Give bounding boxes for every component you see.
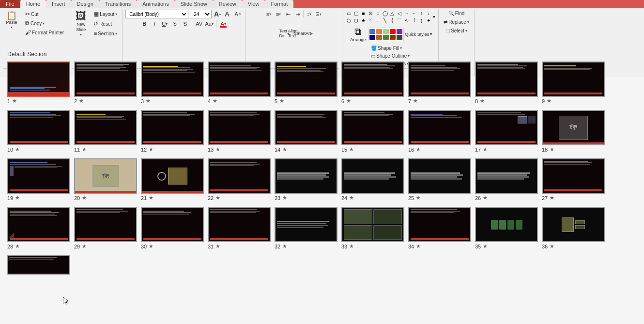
slide-img-32[interactable] (275, 207, 337, 242)
shape-connector[interactable]: ⤴ (411, 17, 417, 24)
slide-thumb-29[interactable]: 29 ★ (74, 207, 137, 249)
font-color-button[interactable]: A▾ (219, 19, 228, 28)
format-painter-button[interactable]: 🖌 Format Painter (23, 28, 66, 37)
bold-button[interactable]: B (140, 19, 149, 28)
font-size-select[interactable]: 24 (190, 10, 212, 18)
clear-format-button[interactable]: A✕ (233, 10, 242, 18)
slide-thumb-24[interactable]: 24 ★ (341, 158, 404, 201)
slide-img-14[interactable] (275, 110, 337, 145)
layout-button[interactable]: ▦ Layout ▾ (92, 10, 119, 18)
slide-thumb-1[interactable]: 1 ★ (7, 62, 70, 104)
shape-star[interactable]: ★ (360, 17, 367, 24)
section-button[interactable]: ≡ Section ▾ (92, 29, 119, 38)
slide-thumb-22[interactable]: 22 ★ (208, 158, 271, 201)
shape-ellipse[interactable]: ◯ (382, 10, 388, 16)
slide-thumb-17[interactable]: 17 ★ (475, 110, 538, 153)
slide-thumb-2[interactable]: 2 ★ (74, 62, 137, 104)
slide-thumb-6[interactable]: 6 ★ (341, 62, 404, 104)
shapes-more-button[interactable]: ▾ (433, 15, 435, 19)
slide-thumb-36[interactable]: 36 ★ (542, 207, 605, 249)
slide-img-3[interactable] (141, 62, 204, 97)
slide-thumb-16[interactable]: 16 ★ (408, 110, 471, 153)
slide-thumb-14[interactable]: 14 ★ (275, 110, 337, 153)
slide-img-29[interactable] (74, 207, 137, 242)
align-center-button[interactable]: ≡ (285, 19, 293, 28)
slide-thumb-21[interactable]: 21 ★ (141, 158, 204, 201)
slide-thumb-32[interactable]: 32 ★ (275, 207, 337, 249)
shadow-button[interactable]: S (181, 19, 189, 28)
slide-img-11[interactable] (74, 110, 137, 145)
slide-img-20[interactable]: 🗺 (74, 158, 137, 194)
strikethrough-button[interactable]: S (170, 19, 179, 28)
decrease-indent-button[interactable]: ⇤ (284, 10, 292, 18)
shape-brace[interactable]: { (389, 17, 396, 24)
shape-arrow[interactable]: → (403, 10, 410, 16)
slide-img-7[interactable] (408, 62, 471, 97)
decrease-font-button[interactable]: A- (223, 10, 232, 18)
slide-img-2[interactable] (74, 62, 137, 97)
shape-circle[interactable]: ○ (374, 10, 381, 16)
cut-button[interactable]: ✂ Cut (23, 10, 66, 18)
slide-thumb-35[interactable]: 35 ★ (475, 207, 538, 249)
select-button[interactable]: ⬚ Select ▾ (444, 27, 469, 34)
slide-img-25[interactable] (408, 158, 471, 194)
tab-review[interactable]: Review (213, 0, 242, 8)
italic-button[interactable]: I (150, 19, 159, 28)
reset-button[interactable]: ↺ Reset (92, 19, 119, 28)
slide-img-13[interactable] (208, 110, 271, 145)
shape-custom[interactable]: ✦ (425, 17, 432, 24)
new-slide-button[interactable]: 🖼 NewSlide ▾ (72, 10, 90, 38)
slide-thumb-11[interactable]: 11 ★ (74, 110, 137, 153)
slide-img-37[interactable] (7, 255, 70, 275)
slide-img-1[interactable] (7, 62, 70, 97)
slide-thumb-23[interactable]: 23 ★ (275, 158, 337, 201)
slide-thumb-4[interactable]: 4 ★ (208, 62, 271, 104)
slide-thumb-37[interactable] (7, 255, 70, 275)
quick-styles-arrow[interactable]: ▾ (430, 32, 432, 36)
slide-img-16[interactable] (408, 110, 471, 145)
slide-img-18[interactable]: 🗺 (542, 110, 605, 145)
slide-img-27[interactable] (542, 158, 605, 194)
shape-square[interactable]: ■ (360, 10, 367, 16)
increase-indent-button[interactable]: ⇥ (293, 10, 302, 18)
line-spacing-button[interactable]: ↕▾ (305, 10, 313, 18)
slide-thumb-25[interactable]: 25 ★ (408, 158, 471, 201)
slide-thumb-10[interactable]: 10 ★ (7, 110, 70, 153)
paste-button[interactable]: 📋 Paste ▾ (3, 10, 20, 31)
shape-darrow[interactable]: ↓ (425, 10, 432, 16)
tab-slideshow[interactable]: Slide Show (175, 0, 213, 8)
slide-img-35[interactable] (475, 207, 538, 242)
bullets-button[interactable]: ≡▾ (264, 10, 273, 18)
copy-button[interactable]: ⧉ Copy ▾ (23, 19, 66, 28)
text-direction-button[interactable]: Text Dir▾ (280, 29, 289, 38)
find-button[interactable]: 🔍 Find (446, 10, 466, 17)
tab-animations[interactable]: Animations (137, 0, 174, 8)
slide-thumb-15[interactable]: 15 ★ (341, 110, 404, 153)
tab-file[interactable]: File (0, 0, 20, 8)
tab-insert[interactable]: Insert (46, 0, 71, 8)
shape-line[interactable]: — (374, 17, 381, 24)
slide-img-15[interactable] (341, 110, 404, 145)
slide-thumb-12[interactable]: 12 ★ (141, 110, 204, 153)
shape-larrow[interactable]: ← (411, 10, 417, 16)
shape-cylinder[interactable]: ⊡ (367, 10, 374, 16)
slide-img-4[interactable] (208, 62, 271, 97)
slide-img-33[interactable] (341, 207, 404, 242)
slide-thumb-5[interactable]: 5 ★ (275, 62, 337, 104)
slide-thumb-8[interactable]: 8 ★ (475, 62, 538, 104)
slide-img-12[interactable] (141, 110, 204, 145)
shape-triangle[interactable]: △ (389, 10, 396, 16)
slide-img-28[interactable] (7, 207, 70, 242)
slide-img-22[interactable] (208, 158, 271, 194)
slide-img-6[interactable] (341, 62, 404, 97)
increase-font-button[interactable]: A+ (213, 10, 222, 18)
tab-format[interactable]: Format (265, 0, 293, 8)
justify-button[interactable]: ≡ (304, 19, 313, 28)
slide-img-9[interactable] (542, 62, 605, 97)
shape-arc[interactable]: ⌒ (396, 17, 403, 24)
underline-button[interactable]: U▾ (160, 19, 169, 28)
slide-thumb-13[interactable]: 13 ★ (208, 110, 271, 153)
arrange-button[interactable]: ⧉ Arrange (349, 25, 367, 44)
shape-rtri[interactable]: ◁ (396, 10, 403, 16)
columns-button[interactable]: Ξ▾ (314, 10, 323, 18)
